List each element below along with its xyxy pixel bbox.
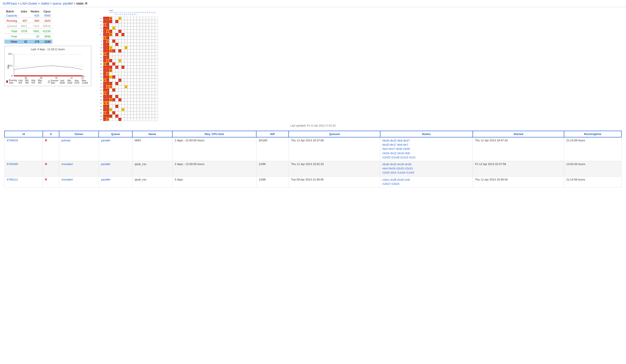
svg-rect-677 <box>152 115 155 118</box>
svg-text:J: J <box>117 96 117 97</box>
svg-rect-268 <box>143 53 146 56</box>
svg-text:J: J <box>126 86 126 88</box>
svg-rect-458 <box>137 82 140 85</box>
svg-rect-394 <box>140 72 143 75</box>
svg-rect-626 <box>128 108 130 111</box>
svg-rect-496 <box>121 88 124 91</box>
svg-rect-579 <box>116 102 118 105</box>
svg-rect-159 <box>137 36 140 39</box>
svg-rect-521 <box>137 92 140 95</box>
job-owner[interactable]: msnaderi <box>59 176 99 187</box>
svg-rect-590 <box>149 102 152 105</box>
svg-rect-463 <box>152 82 155 85</box>
svg-rect-144 <box>152 33 155 36</box>
svg-rect-48 <box>121 20 124 23</box>
svg-rect-221 <box>131 46 133 49</box>
svg-text:J: J <box>119 60 120 62</box>
chart-svg-container: 20 k 10 k 0 Jobs <box>6 52 89 78</box>
svg-rect-620 <box>112 108 115 111</box>
svg-rect-419 <box>149 76 152 79</box>
svg-rect-269 <box>146 53 149 56</box>
svg-rect-75 <box>143 23 146 26</box>
svg-rect-621 <box>116 108 118 111</box>
svg-rect-525 <box>149 92 152 95</box>
svg-rect-111 <box>121 30 124 33</box>
job-queue[interactable]: parallel <box>99 137 132 161</box>
table-row: 6794399Rmsnaderiparallelqsub_run2 days -… <box>4 161 622 176</box>
job-id[interactable]: 6794618 <box>4 137 43 161</box>
svg-rect-518 <box>128 92 130 95</box>
svg-rect-561 <box>121 98 124 101</box>
job-runningtime: 21:14:09 hours <box>564 137 622 161</box>
chart-svg: 20 k 10 k 0 Jobs <box>6 52 89 80</box>
job-np: 12/96 <box>256 161 289 176</box>
svg-rect-588 <box>143 102 146 105</box>
breadcrumb-surfsara[interactable]: SURFsara <box>2 2 17 5</box>
svg-rect-283 <box>128 56 130 59</box>
svg-rect-324 <box>121 62 124 65</box>
breadcrumb-queue[interactable]: queue: parallel <box>53 2 73 5</box>
svg-rect-23 <box>116 17 118 20</box>
breadcrumb-state: state: R <box>76 2 87 5</box>
svg-rect-349 <box>128 66 130 69</box>
svg-rect-192 <box>112 43 115 46</box>
svg-rect-691 <box>131 118 133 121</box>
breadcrumb-lisa[interactable]: LISA Cluster <box>20 2 37 5</box>
svg-text:J: J <box>107 53 108 55</box>
svg-rect-226 <box>146 46 149 49</box>
svg-rect-471 <box>112 85 115 88</box>
svg-text:J: J <box>104 50 105 52</box>
svg-rect-570 <box>149 98 152 101</box>
svg-rect-156 <box>128 36 130 39</box>
job-owner[interactable]: polman <box>59 137 99 161</box>
svg-rect-115 <box>134 30 137 33</box>
svg-rect-158 <box>134 36 137 39</box>
col-header-jobs: Jobs <box>19 9 29 13</box>
svg-rect-319 <box>109 62 112 65</box>
svg-rect-94 <box>137 27 140 30</box>
svg-rect-520 <box>134 92 137 95</box>
svg-rect-587 <box>140 102 143 105</box>
svg-text:J: J <box>104 37 105 39</box>
svg-rect-564 <box>131 98 133 101</box>
breadcrumb-joblist[interactable]: Joblist <box>41 2 49 5</box>
svg-rect-416 <box>140 76 143 79</box>
svg-rect-505 <box>149 88 152 91</box>
svg-text:J: J <box>114 50 114 52</box>
svg-rect-377 <box>149 69 152 72</box>
svg-rect-522 <box>140 92 143 95</box>
svg-rect-472 <box>116 85 118 88</box>
total-nodes: 7841 <box>29 29 41 34</box>
job-queue[interactable]: parallel <box>99 161 132 176</box>
job-req-cpu: 2 days - 21:00:00 hours <box>172 137 256 161</box>
svg-rect-258 <box>112 53 115 56</box>
svg-rect-306 <box>131 59 133 62</box>
svg-text:J: J <box>110 21 111 22</box>
job-owner[interactable]: msnaderi <box>59 161 99 176</box>
svg-rect-635 <box>155 108 158 111</box>
svg-rect-249 <box>146 49 149 52</box>
svg-rect-671 <box>134 115 137 118</box>
svg-rect-438 <box>143 79 146 82</box>
svg-rect-135 <box>124 33 127 36</box>
job-id[interactable]: 6794399 <box>4 161 43 176</box>
svg-rect-264 <box>131 53 133 56</box>
svg-rect-198 <box>128 43 130 46</box>
view-label[interactable]: View <box>4 40 19 44</box>
svg-rect-352 <box>137 66 140 69</box>
job-id[interactable]: 6790112 <box>4 176 43 187</box>
svg-rect-348 <box>124 66 127 69</box>
job-queue[interactable]: parallel <box>99 176 132 187</box>
job-status: R <box>43 161 59 176</box>
svg-text:J: J <box>104 27 105 29</box>
svg-rect-181 <box>140 40 143 43</box>
svg-rect-252 <box>155 49 158 52</box>
svg-rect-291 <box>152 56 155 59</box>
svg-rect-386 <box>116 72 118 75</box>
svg-rect-322 <box>116 62 118 65</box>
svg-rect-399 <box>155 72 158 75</box>
free-nodes: 25 <box>29 34 41 39</box>
svg-rect-538 <box>121 95 124 98</box>
svg-rect-627 <box>131 108 133 111</box>
svg-rect-186 <box>155 40 158 43</box>
